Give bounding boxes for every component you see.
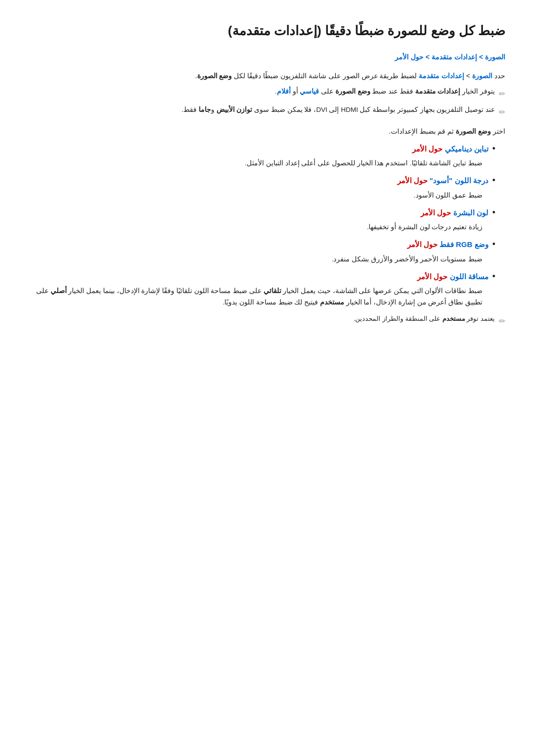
intro-paragraph: حدد الصورة > إعدادات متقدمة لضبط طريقة ع… bbox=[30, 70, 505, 82]
bullet-dot-2: • bbox=[492, 174, 495, 187]
note-icon-2: ✏ bbox=[499, 105, 505, 119]
bullet-desc-skin-tone: زيادة تعتيم درجات لون البشرة أو تخفيفها. bbox=[30, 222, 505, 233]
bullet-desc-color-space: ضبط نطاقات الألوان التي يمكن عرضها على ا… bbox=[30, 286, 505, 308]
note-icon-3: ✏ bbox=[499, 314, 505, 328]
about-link-4[interactable]: حول الأمر bbox=[407, 240, 437, 249]
bullet-title-rgb-only: وضع RGB فقط حول الأمر bbox=[407, 238, 488, 251]
bullet-item-skin-tone: • لون البشرة حول الأمر bbox=[30, 206, 505, 219]
color-space-sub-note: ✏ يعتمد توفر مستخدم على المنطقة والطراز … bbox=[69, 313, 505, 328]
bullet-title-skin-tone: لون البشرة حول الأمر bbox=[421, 206, 488, 219]
about-link-1[interactable]: حول الأمر bbox=[412, 145, 442, 153]
bullet-title-black-tone: درجة اللون "أسود" حول الأمر bbox=[397, 174, 488, 187]
bullet-title-color-space: مساقة اللون حول الأمر bbox=[417, 270, 488, 283]
advanced-settings-link[interactable]: إعدادات متقدمة bbox=[419, 72, 464, 80]
breadcrumb: الصورة > إعدادات متقدمة > حول الأمر bbox=[30, 51, 505, 63]
note-text-1: يتوفر الخيار إعدادات متقدمة فقط عند ضبط … bbox=[50, 86, 495, 98]
note-icon-1: ✏ bbox=[499, 87, 505, 101]
bullet-dot-5: • bbox=[492, 270, 495, 283]
bullet-desc-rgb-only: ضبط مستويات الأحمر والأخضر والأزرق بشكل … bbox=[30, 254, 505, 265]
bullet-desc-dynamic-contrast: ضبط تباين الشاشة تلقائيًا. استخدم هذا ال… bbox=[30, 158, 505, 169]
note-1: ✏ يتوفر الخيار إعدادات متقدمة فقط عند ضب… bbox=[50, 86, 505, 101]
about-link-3[interactable]: حول الأمر bbox=[421, 208, 451, 217]
bullet-item-black-tone: • درجة اللون "أسود" حول الأمر bbox=[30, 174, 505, 187]
picture-link[interactable]: الصورة bbox=[472, 72, 492, 80]
bullet-desc-black-tone: ضبط عمق اللون الأسود. bbox=[30, 190, 505, 202]
note-text-3: يعتمد توفر مستخدم على المنطقة والطراز ال… bbox=[69, 313, 495, 324]
page-title: ضبط كل وضع للصورة ضبطًا دقيقًا (إعدادات … bbox=[30, 20, 505, 42]
bullet-title-dynamic-contrast: تباين ديناميكي حول الأمر bbox=[412, 143, 488, 155]
bullet-dot-3: • bbox=[492, 206, 495, 219]
bullet-dot-1: • bbox=[492, 143, 495, 155]
breadcrumb-advanced-link[interactable]: إعدادات متقدمة bbox=[431, 53, 477, 61]
breadcrumb-picture-link[interactable]: الصورة bbox=[485, 53, 505, 61]
note-2: ✏ عند توصيل التلفزيون بجهاز كمبيوتر بواس… bbox=[50, 104, 505, 119]
note-text-2: عند توصيل التلفزيون بجهاز كمبيوتر بواسطة… bbox=[50, 104, 495, 116]
bullet-item-dynamic-contrast: • تباين ديناميكي حول الأمر bbox=[30, 143, 505, 155]
bullet-item-rgb-only: • وضع RGB فقط حول الأمر bbox=[30, 238, 505, 251]
about-link-2[interactable]: حول الأمر bbox=[397, 176, 428, 185]
bullet-section: • تباين ديناميكي حول الأمر ضبط تباين الش… bbox=[30, 143, 505, 328]
section-instruction: اختر وضع الصورة ثم قم بضبط الإعدادات. bbox=[30, 126, 505, 138]
bullet-dot-4: • bbox=[492, 238, 495, 251]
bullet-item-color-space: • مساقة اللون حول الأمر bbox=[30, 270, 505, 283]
about-link-5[interactable]: حول الأمر bbox=[417, 272, 447, 281]
breadcrumb-about-link[interactable]: حول الأمر bbox=[395, 53, 424, 61]
